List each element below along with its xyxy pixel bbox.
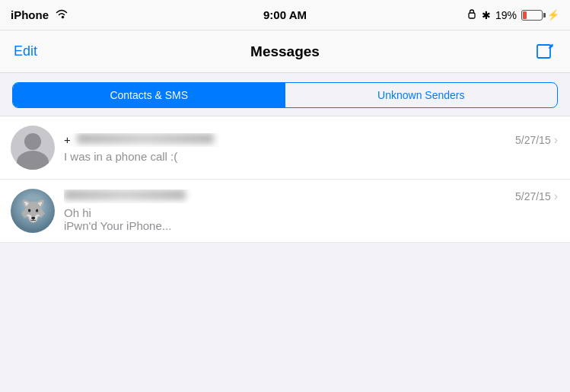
blurred-contact-name-2: [64, 190, 186, 200]
status-left: iPhone: [11, 8, 68, 21]
message-content: 5/27/15 › Oh hi iPwn'd Your iPhone...: [64, 190, 558, 232]
nav-bar: Edit Messages: [0, 30, 570, 73]
message-date: 5/27/15 ›: [515, 133, 558, 147]
message-preview: I was in a phone call :(: [64, 150, 558, 163]
table-row[interactable]: 🐺 5/27/15 › Oh hi iPwn'd Your iPhone...: [0, 180, 570, 243]
page-title: Messages: [250, 43, 320, 60]
blurred-contact-name: [77, 133, 214, 144]
message-header: + 5/27/15 ›: [64, 133, 558, 147]
message-preview-line2: iPwn'd Your iPhone...: [64, 219, 558, 232]
compose-button[interactable]: [533, 40, 556, 63]
message-preview-line1: Oh hi: [64, 206, 558, 219]
battery-percent: 19%: [495, 9, 517, 21]
edit-button[interactable]: Edit: [14, 43, 37, 59]
chevron-right-icon: ›: [554, 133, 558, 147]
segment-container: Contacts & SMS Unknown Senders: [0, 73, 570, 116]
contact-name: +: [64, 133, 509, 147]
charging-icon: ⚡: [547, 9, 559, 21]
segment-control: Contacts & SMS Unknown Senders: [12, 82, 558, 108]
segment-contacts[interactable]: Contacts & SMS: [13, 83, 285, 107]
carrier-label: iPhone: [11, 8, 49, 21]
bluetooth-icon: ✱: [482, 9, 491, 21]
message-content: + 5/27/15 › I was in a phone call :(: [64, 133, 558, 163]
status-bar: iPhone 9:00 AM ✱ 19% ⚡: [0, 0, 570, 30]
wolf-avatar-image: 🐺: [11, 189, 55, 233]
avatar: [11, 126, 55, 170]
svg-rect-0: [469, 13, 475, 18]
status-right: ✱ 19% ⚡: [467, 8, 559, 21]
message-list: + 5/27/15 › I was in a phone call :( 🐺: [0, 116, 570, 243]
battery-icon: [521, 10, 543, 21]
wifi-icon: [55, 8, 68, 21]
contact-name: [64, 190, 509, 203]
svg-rect-1: [537, 45, 550, 58]
message-date: 5/27/15 ›: [515, 190, 558, 203]
message-header: 5/27/15 ›: [64, 190, 558, 203]
plus-prefix: +: [64, 133, 71, 146]
table-row[interactable]: + 5/27/15 › I was in a phone call :(: [0, 116, 570, 180]
avatar: 🐺: [11, 189, 55, 233]
chevron-right-icon: ›: [554, 190, 558, 203]
segment-unknown[interactable]: Unknown Senders: [285, 83, 558, 107]
lock-icon: [467, 8, 477, 21]
status-time: 9:00 AM: [263, 8, 307, 21]
